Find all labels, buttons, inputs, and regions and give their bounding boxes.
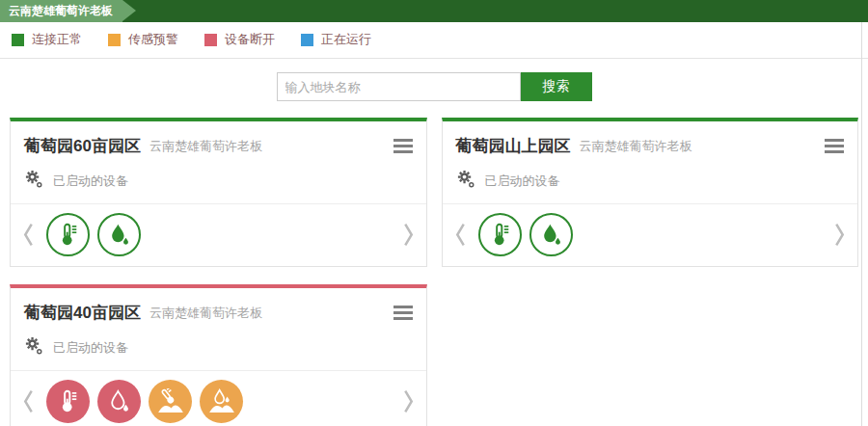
thermometer-icon[interactable] [46,380,90,423]
warning-status-swatch [108,34,121,46]
chevron-right-icon[interactable] [829,222,850,248]
soil-moisture-icon[interactable] [200,380,243,423]
chevron-left-icon[interactable] [18,222,39,248]
breadcrumb-tab: 云南楚雄葡萄许老板 [0,0,122,22]
gear-icon [24,170,42,192]
plot-title: 葡萄园山上园区 [456,135,571,157]
card-header: 葡萄园60亩园区 云南楚雄葡萄许老板 [11,121,426,163]
legend-label: 传感预警 [128,31,178,48]
legend-item-sensor-warning: 传感预警 [108,31,178,48]
devices-label: 已启动的设备 [53,173,128,190]
plot-subtitle: 云南楚雄葡萄许老板 [149,305,262,322]
menu-icon[interactable] [825,134,844,158]
status-legend: 连接正常 传感预警 设备断开 正在运行 [0,22,868,59]
plot-card: 葡萄园40亩园区 云南楚雄葡萄许老板 已启动的设备 [10,284,427,426]
page-title: 云南楚雄葡萄许老板 [9,3,113,19]
legend-item-running: 正在运行 [301,31,371,48]
devices-label: 已启动的设备 [53,339,128,357]
menu-icon[interactable] [393,301,413,325]
card-header: 葡萄园40亩园区 云南楚雄葡萄许老板 [11,288,426,330]
chevron-left-icon[interactable] [450,222,471,248]
sensor-carousel [443,204,858,266]
legend-label: 设备断开 [225,31,275,48]
water-drop-icon[interactable] [97,380,141,423]
plot-title: 葡萄园40亩园区 [24,302,141,324]
gear-icon [456,170,475,192]
soil-temperature-icon[interactable] [149,380,192,423]
thermometer-icon[interactable] [46,213,90,256]
top-header-bar: 云南楚雄葡萄许老板 [0,0,868,22]
search-button[interactable]: 搜索 [521,72,592,101]
connected-status-swatch [12,34,24,46]
thermometer-icon[interactable] [478,213,522,256]
plot-card: 葡萄园山上园区 云南楚雄葡萄许老板 已启动的设备 [442,118,859,267]
sensor-carousel [11,371,426,426]
plot-subtitle: 云南楚雄葡萄许老板 [149,138,262,155]
plot-subtitle: 云南楚雄葡萄许老板 [580,138,692,155]
menu-icon[interactable] [393,134,413,158]
disconnected-status-swatch [204,34,217,46]
devices-row: 已启动的设备 [443,163,858,204]
card-header: 葡萄园山上园区 云南楚雄葡萄许老板 [443,121,858,163]
plot-card: 葡萄园60亩园区 云南楚雄葡萄许老板 已启动的设备 [10,118,427,267]
devices-row: 已启动的设备 [11,163,426,204]
plot-title: 葡萄园60亩园区 [24,135,141,157]
chevron-right-icon[interactable] [398,388,419,414]
page-edge-divider [861,22,862,426]
plot-name-search-input[interactable] [277,72,521,101]
gear-icon [24,336,42,359]
legend-item-disconnected: 设备断开 [204,31,275,48]
sensor-icon-list [46,213,149,256]
running-status-swatch [301,34,313,46]
chevron-left-icon[interactable] [18,388,39,414]
devices-row: 已启动的设备 [11,330,426,371]
sensor-icon-list [478,213,581,256]
plot-card-grid: 葡萄园60亩园区 云南楚雄葡萄许老板 已启动的设备 [0,118,868,426]
water-drop-icon[interactable] [529,213,573,256]
search-bar: 搜索 [0,72,868,101]
legend-label: 连接正常 [32,31,82,48]
chevron-right-icon[interactable] [398,222,419,248]
legend-item-connected: 连接正常 [12,31,82,48]
sensor-icon-list [46,380,251,423]
devices-label: 已启动的设备 [485,173,560,190]
sensor-carousel [11,204,426,266]
water-drop-icon[interactable] [97,213,141,256]
legend-label: 正在运行 [321,31,371,48]
